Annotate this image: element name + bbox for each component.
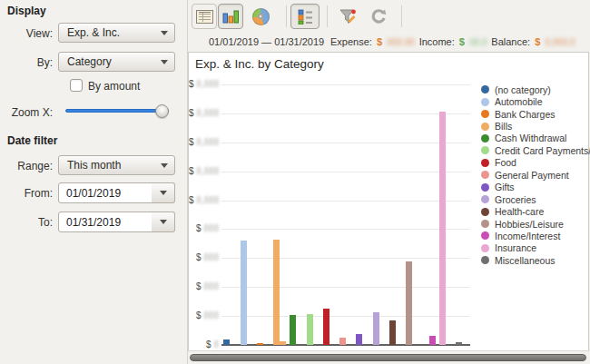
range-label: Range: bbox=[0, 160, 53, 172]
by-amount-label: By amount bbox=[88, 80, 140, 93]
expense-currency-symbol: $ bbox=[377, 36, 382, 47]
bar-expense-hobbies-leisure bbox=[406, 261, 412, 345]
balance-currency-symbol: $ bbox=[535, 36, 540, 47]
filter-icon bbox=[339, 8, 359, 25]
bar-expense-food bbox=[323, 309, 329, 345]
balance-value-redacted: 8,888.8 bbox=[545, 36, 575, 47]
legend-color-dot bbox=[481, 244, 489, 252]
legend-color-dot bbox=[481, 134, 489, 143]
to-date-value: 01/31/2019 bbox=[66, 216, 121, 229]
horizontal-scrollbar bbox=[188, 352, 590, 364]
y-tick-label: $ 8,888 bbox=[189, 108, 219, 118]
toolbar-separator bbox=[286, 5, 287, 27]
by-label: By: bbox=[0, 56, 53, 69]
y-gridline bbox=[221, 287, 470, 288]
by-amount-checkbox[interactable] bbox=[70, 79, 83, 92]
refresh-button[interactable] bbox=[366, 4, 391, 29]
by-combobox-value: Category bbox=[67, 55, 112, 68]
legend-color-dot bbox=[481, 159, 489, 167]
legend-item: Credit Card Payments/… bbox=[481, 144, 590, 156]
filter-edit-button[interactable] bbox=[336, 4, 361, 29]
income-label: Income: bbox=[419, 36, 455, 47]
legend-label: General Payment bbox=[495, 170, 569, 181]
y-gridline bbox=[221, 316, 470, 317]
chevron-down-icon bbox=[160, 220, 167, 224]
bar-income-bills bbox=[280, 341, 286, 345]
y-gridline bbox=[221, 172, 470, 172]
legend-label: Bills bbox=[495, 121, 512, 132]
legend-label: Credit Card Payments/… bbox=[495, 145, 590, 156]
legend-label: Bank Charges bbox=[495, 109, 556, 120]
balance-label: Balance: bbox=[491, 36, 530, 47]
y-tick-label: $ 888 bbox=[189, 310, 219, 320]
legend-color-dot bbox=[481, 220, 489, 228]
bar-expense-health-care bbox=[389, 320, 396, 345]
chevron-down-icon bbox=[161, 60, 168, 64]
chevron-down-icon bbox=[160, 191, 167, 195]
chevron-down-icon bbox=[161, 163, 168, 168]
bar-chart-view-button[interactable] bbox=[218, 4, 243, 29]
range-combobox[interactable]: This month bbox=[58, 155, 175, 175]
bar-expense-bank-charges bbox=[257, 343, 263, 345]
chevron-down-icon bbox=[161, 31, 168, 35]
date-filter-section-title: Date filter bbox=[7, 134, 57, 147]
legend-color-dot bbox=[481, 195, 489, 203]
pie-chart-view-button[interactable] bbox=[248, 4, 273, 29]
legend-color-dot bbox=[481, 231, 489, 240]
legend-item: Hobbies/Leisure bbox=[481, 218, 590, 230]
y-tick-label: $ 888 bbox=[189, 281, 219, 291]
legend-toggle-button[interactable] bbox=[290, 4, 320, 29]
legend-item: Miscellaneous bbox=[481, 254, 590, 266]
chart-main-area: 01/01/2019 — 01/31/2019 Expense: $ 888.8… bbox=[188, 0, 590, 364]
view-combobox[interactable]: Exp. & Inc. bbox=[58, 23, 175, 43]
legend-item: Income/Interest bbox=[481, 230, 590, 241]
display-section-title: Display bbox=[7, 5, 46, 17]
bar-expense-credit-card-payments- bbox=[307, 314, 313, 345]
legend-label: Insurance bbox=[495, 242, 536, 253]
bar-expense-automobile bbox=[241, 241, 247, 345]
statistics-window: Display View: Exp. & Inc. By: Category B… bbox=[0, 0, 590, 364]
refresh-icon bbox=[369, 8, 388, 25]
horizontal-scrollbar-handle[interactable] bbox=[190, 354, 586, 361]
by-combobox[interactable]: Category bbox=[58, 52, 175, 72]
to-label: To: bbox=[0, 216, 53, 229]
bar-expense-bills bbox=[273, 240, 280, 345]
legend-color-dot bbox=[481, 183, 489, 192]
expense-label: Expense: bbox=[330, 36, 372, 47]
to-date-input[interactable]: 01/31/2019 bbox=[58, 212, 152, 232]
chart-title: Exp. & Inc. by Category bbox=[195, 57, 324, 71]
bar-expense-groceries bbox=[373, 312, 379, 345]
zoom-x-slider-track[interactable] bbox=[65, 109, 169, 113]
y-gridline bbox=[221, 201, 470, 202]
y-tick-label: $ 8,888 bbox=[189, 195, 219, 205]
legend-item: Bills bbox=[481, 120, 590, 132]
legend-item: General Payment bbox=[481, 169, 590, 181]
zoom-x-slider-handle[interactable] bbox=[155, 104, 169, 118]
table-icon bbox=[196, 10, 213, 24]
legend-label: Health-care bbox=[495, 206, 544, 217]
y-tick-label: $ 8,888 bbox=[189, 137, 219, 147]
legend-label: Gifts bbox=[495, 182, 515, 192]
y-gridline bbox=[221, 113, 470, 114]
to-date-dropdown-button[interactable] bbox=[152, 212, 175, 232]
y-gridline bbox=[221, 84, 470, 85]
legend-label: Food bbox=[495, 157, 516, 168]
expense-value-redacted: 888.88 bbox=[387, 36, 415, 47]
legend-color-dot bbox=[481, 208, 489, 216]
y-tick-label: $ 8 bbox=[189, 339, 219, 349]
summary-infobar: 01/01/2019 — 01/31/2019 Expense: $ 888.8… bbox=[188, 33, 590, 51]
legend-color-dot bbox=[481, 123, 489, 131]
totals-row: Expense: $ 888.88 Income: $ 88.8 Balance… bbox=[330, 36, 575, 47]
from-date-input[interactable]: 01/01/2019 bbox=[58, 182, 152, 203]
legend-item: Health-care bbox=[481, 205, 590, 217]
list-view-button[interactable] bbox=[192, 4, 217, 29]
from-date-value: 01/01/2019 bbox=[66, 187, 121, 200]
bar-income-income-interest bbox=[429, 336, 436, 345]
legend-label: Income/Interest bbox=[495, 231, 560, 241]
from-date-dropdown-button[interactable] bbox=[152, 182, 175, 203]
y-gridline bbox=[221, 143, 470, 143]
y-tick-label: $ 888 bbox=[189, 252, 219, 262]
legend-label: Hobbies/Leisure bbox=[495, 219, 564, 230]
legend-color-dot bbox=[481, 256, 489, 264]
legend-label: Groceries bbox=[495, 194, 536, 205]
